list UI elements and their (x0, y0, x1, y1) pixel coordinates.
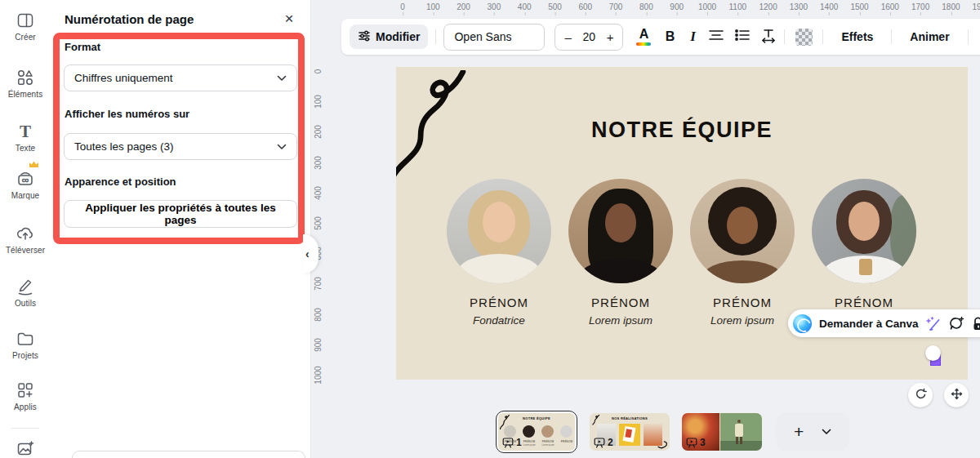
panel-title: Numérotation de page (65, 12, 194, 26)
italic-button[interactable]: I (687, 29, 698, 45)
sidebar-item-projects[interactable]: Projets (0, 329, 51, 360)
sidebar-item-label: Marque (0, 191, 51, 200)
thumbnail-photo (720, 413, 762, 451)
toolbar-divider (968, 29, 969, 44)
move-button[interactable] (944, 383, 969, 407)
squiggle-decoration (657, 440, 668, 449)
thumbnail-member-name: PRÉNOM (520, 440, 538, 443)
add-page-button[interactable]: + (794, 423, 804, 440)
font-size-stepper: – 20 + (555, 24, 623, 51)
close-icon[interactable]: × (279, 9, 299, 29)
thumbnail-photo (504, 425, 516, 438)
projects-icon (16, 329, 35, 349)
sidebar-item-label: Créer (0, 33, 51, 42)
increase-font-size-button[interactable]: + (607, 30, 614, 44)
text-align-button[interactable] (708, 28, 724, 46)
apply-all-pages-button[interactable]: Appliquer les propriétés à toutes les pa… (64, 200, 297, 228)
sidebar-item-label: Outils (0, 299, 51, 308)
chevron-left-icon: ‹ (305, 247, 310, 260)
member-name: PRÉNOM (803, 296, 925, 309)
canva-editor: Créer Éléments T Texte co Marque Téléver… (0, 0, 980, 458)
toolbar-divider (784, 29, 785, 44)
workspace: 0100200300400500600700800900100011001200… (310, 0, 980, 458)
sidebar-item-magic-media[interactable] (0, 439, 51, 458)
chevron-down-icon (277, 72, 287, 84)
animate-button[interactable]: Animer (899, 30, 960, 43)
resize-handle[interactable] (925, 345, 941, 361)
sidebar-item-tools[interactable]: Outils (0, 277, 51, 308)
chevron-down-icon (277, 140, 287, 153)
team-member[interactable]: PRÉNOM Lorem ipsum (681, 179, 804, 327)
page-thumbnail-2[interactable]: NOS RÉALISATIONS 2 (590, 413, 670, 451)
sidebar-item-label: Texte (0, 144, 51, 153)
team-member[interactable]: PRÉNOM Lorem ipsum (559, 179, 682, 327)
page-options-chevron[interactable] (822, 429, 831, 435)
page-number: 2 (608, 437, 613, 448)
thumbnail-title: NOTRE ÉQUIPE (498, 416, 575, 420)
format-dropdown[interactable]: Chiffres uniquement (64, 64, 297, 91)
sidebar-item-label: Éléments (0, 90, 51, 99)
text-color-button[interactable]: A (635, 28, 653, 46)
sidebar-item-create[interactable]: Créer (0, 11, 51, 42)
letter-spacing-icon (760, 28, 777, 47)
transparency-button[interactable] (795, 29, 813, 46)
thumbnail-member-name: PRÉNOM (539, 440, 557, 443)
app-sidebar: Créer Éléments T Texte co Marque Téléver… (0, 0, 51, 458)
tools-icon (16, 277, 35, 296)
page-number: 1 (516, 437, 522, 448)
page-title-text[interactable]: NOTRE ÉQUIPE (396, 118, 968, 143)
appearance-label: Apparence et position (65, 176, 176, 188)
page-number: 3 (700, 437, 706, 448)
thumbnail-photo (560, 425, 572, 438)
thumbnail-title: NOS RÉALISATIONS (590, 416, 670, 420)
member-photo (812, 179, 916, 283)
canva-ai-icon[interactable] (793, 314, 812, 333)
position-button[interactable]: Position (976, 30, 980, 43)
vertical-ruler: 01002003004005006007008009001000 (310, 56, 325, 392)
show-on-dropdown[interactable]: Toutes les pages (3) (64, 133, 297, 160)
team-member[interactable]: PRÉNOM (803, 179, 925, 314)
team-member[interactable]: PRÉNOM Fondatrice (438, 179, 560, 327)
format-label: Format (65, 41, 100, 53)
font-size-value: 20 (582, 30, 595, 43)
page-thumbnail-1[interactable]: NOTRE ÉQUIPE PRÉNOM PRÉNOM PRÉNOM PRÉNOM… (496, 411, 577, 453)
sidebar-item-upload[interactable]: Téléverser (0, 224, 51, 255)
align-center-icon (708, 28, 724, 46)
svg-text:co: co (22, 176, 29, 184)
rainbow-color-bar (636, 42, 651, 46)
member-photo (690, 179, 795, 283)
bold-button[interactable]: B (662, 29, 677, 44)
toolbar-divider (822, 29, 823, 44)
magic-write-icon[interactable] (926, 316, 942, 331)
sidebar-item-elements[interactable]: Éléments (0, 68, 51, 99)
bullet-list-button[interactable] (734, 28, 751, 46)
letter-spacing-button[interactable] (760, 28, 777, 47)
member-role: Lorem ipsum (559, 314, 682, 327)
unlock-icon[interactable] (972, 317, 980, 331)
page-badge: 1 (502, 437, 522, 448)
modify-button[interactable]: Modifier (350, 24, 428, 49)
page-thumbnail-3[interactable]: 3 (682, 413, 762, 451)
sidebar-item-apps[interactable]: Applis (0, 380, 51, 411)
page-badge: 2 (594, 437, 613, 448)
modify-button-label: Modifier (376, 30, 420, 43)
sidebar-item-brand[interactable]: co Marque (0, 169, 51, 200)
chevron-down-icon (822, 429, 831, 435)
font-family-selector[interactable]: Open Sans (443, 24, 545, 51)
rotate-button[interactable] (908, 383, 933, 407)
crown-icon (29, 161, 38, 167)
sidebar-item-label: Téléverser (0, 246, 51, 255)
apps-icon (16, 380, 35, 400)
comment-icon[interactable] (949, 316, 964, 331)
text-color-letter: A (635, 28, 653, 41)
page-badge: 3 (686, 437, 706, 448)
thumbnail-member-role: Lorem ipsum (520, 444, 538, 447)
effects-button[interactable]: Effets (831, 30, 884, 43)
member-name: PRÉNOM (438, 296, 560, 309)
toolbar-divider (891, 29, 892, 44)
ask-canva-label[interactable]: Demander à Canva (819, 318, 919, 330)
sidebar-item-text[interactable]: T Texte (0, 122, 51, 153)
thumbnail-photo (541, 425, 554, 438)
sidebar-item-label: Projets (0, 351, 51, 360)
decrease-font-size-button[interactable]: – (564, 30, 571, 44)
